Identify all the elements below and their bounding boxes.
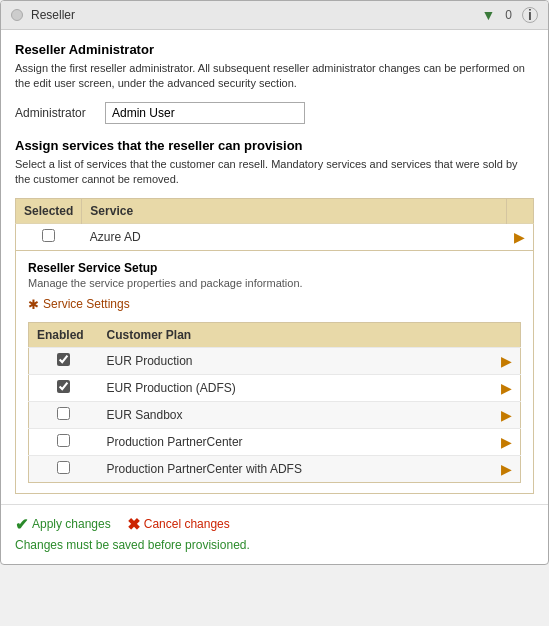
title-bar-right: ▼ 0 i xyxy=(481,7,538,23)
plan-expand-arrow[interactable]: ▶ xyxy=(493,374,521,401)
dropdown-arrow-icon[interactable]: ▼ xyxy=(481,7,495,23)
plan-row: EUR Production (ADFS)▶ xyxy=(29,374,521,401)
save-message: Changes must be saved before provisioned… xyxy=(1,538,548,564)
plan-name-cell: EUR Sandbox xyxy=(99,401,494,428)
service-setup-title: Reseller Service Setup xyxy=(28,261,521,275)
main-window: Reseller ▼ 0 i Reseller Administrator As… xyxy=(0,0,549,565)
plan-arrow-icon: ▶ xyxy=(501,461,512,477)
col-selected: Selected xyxy=(16,198,82,223)
services-table: Selected Service Azure AD ▶ xyxy=(15,198,534,251)
plan-name-cell: Production PartnerCenter with ADFS xyxy=(99,455,494,482)
plan-arrow-icon: ▶ xyxy=(501,434,512,450)
col-customer-plan: Customer Plan xyxy=(99,322,494,347)
administrator-field-row: Administrator xyxy=(15,102,534,124)
plan-row: EUR Production▶ xyxy=(29,347,521,374)
plan-enabled-cell xyxy=(29,428,99,455)
plan-expand-arrow[interactable]: ▶ xyxy=(493,401,521,428)
administrator-input[interactable] xyxy=(105,102,305,124)
settings-wrench-icon: ✱ xyxy=(28,297,39,312)
main-content: Reseller Administrator Assign the first … xyxy=(1,30,548,504)
footer-actions: ✔ Apply changes ✖ Cancel changes xyxy=(1,505,548,538)
service-settings-link[interactable]: ✱ Service Settings xyxy=(28,297,521,312)
plan-row: Production PartnerCenter▶ xyxy=(29,428,521,455)
plan-eur-prod-checkbox[interactable] xyxy=(57,353,70,366)
plan-enabled-cell xyxy=(29,374,99,401)
cancel-changes-label: Cancel changes xyxy=(144,517,230,531)
service-row-azure-ad: Azure AD ▶ xyxy=(16,223,534,250)
traffic-light-icon[interactable] xyxy=(11,9,23,21)
service-checkbox-cell xyxy=(16,223,82,250)
col-arrow xyxy=(506,198,534,223)
plan-expand-arrow[interactable]: ▶ xyxy=(493,347,521,374)
plan-expand-arrow[interactable]: ▶ xyxy=(493,428,521,455)
x-icon: ✖ xyxy=(127,515,140,534)
title-bar-left: Reseller xyxy=(11,8,75,22)
plan-arrow-icon: ▶ xyxy=(501,407,512,423)
service-setup-panel: Reseller Service Setup Manage the servic… xyxy=(15,251,534,494)
plan-row: Production PartnerCenter with ADFS▶ xyxy=(29,455,521,482)
plan-expand-arrow[interactable]: ▶ xyxy=(493,455,521,482)
plan-name-cell: EUR Production (ADFS) xyxy=(99,374,494,401)
plan-prod-partner-adfs-checkbox[interactable] xyxy=(57,461,70,474)
plan-row: EUR Sandbox▶ xyxy=(29,401,521,428)
plan-enabled-cell xyxy=(29,455,99,482)
service-settings-label: Service Settings xyxy=(43,297,130,311)
assign-services-title: Assign services that the reseller can pr… xyxy=(15,138,534,153)
service-name-cell: Azure AD xyxy=(82,223,506,250)
service-expand-arrow[interactable]: ▶ xyxy=(506,223,534,250)
plan-eur-sandbox-checkbox[interactable] xyxy=(57,407,70,420)
reseller-admin-title: Reseller Administrator xyxy=(15,42,534,57)
plan-arrow-icon: ▶ xyxy=(501,380,512,396)
check-icon: ✔ xyxy=(15,515,28,534)
plan-name-cell: EUR Production xyxy=(99,347,494,374)
info-icon[interactable]: i xyxy=(522,7,538,23)
assign-services-desc: Select a list of services that the custo… xyxy=(15,157,534,188)
plans-table: Enabled Customer Plan EUR Production▶EUR… xyxy=(28,322,521,483)
plan-eur-prod-adfs-checkbox[interactable] xyxy=(57,380,70,393)
apply-changes-button[interactable]: ✔ Apply changes xyxy=(15,515,111,534)
plan-enabled-cell xyxy=(29,347,99,374)
service-azure-ad-checkbox[interactable] xyxy=(42,229,55,242)
service-setup-desc: Manage the service properties and packag… xyxy=(28,277,521,289)
title-bar: Reseller ▼ 0 i xyxy=(1,1,548,30)
reseller-admin-desc: Assign the first reseller administrator.… xyxy=(15,61,534,92)
plan-enabled-cell xyxy=(29,401,99,428)
plan-name-cell: Production PartnerCenter xyxy=(99,428,494,455)
plan-arrow-icon: ▶ xyxy=(501,353,512,369)
badge-count: 0 xyxy=(505,8,512,22)
plan-prod-partner-checkbox[interactable] xyxy=(57,434,70,447)
apply-changes-label: Apply changes xyxy=(32,517,111,531)
window-title: Reseller xyxy=(31,8,75,22)
cancel-changes-button[interactable]: ✖ Cancel changes xyxy=(127,515,230,534)
administrator-label: Administrator xyxy=(15,106,105,120)
col-service: Service xyxy=(82,198,506,223)
col-enabled: Enabled xyxy=(29,322,99,347)
col-plan-arrow xyxy=(493,322,521,347)
expand-arrow-icon: ▶ xyxy=(514,229,525,245)
